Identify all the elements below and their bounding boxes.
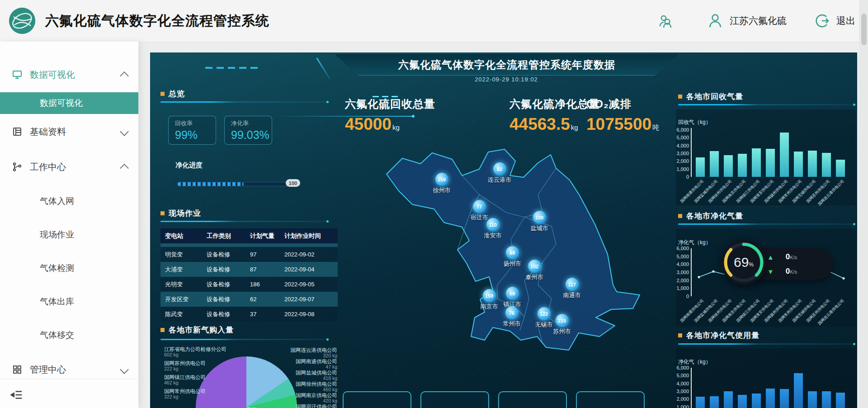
section-underline bbox=[160, 221, 329, 222]
table-cell: 设备检修 bbox=[207, 295, 250, 304]
table-column-header: 计划气量 bbox=[250, 232, 284, 240]
pie-legend-right: 国网连云港供电公司320 kg国网南通供电公司47 kg国网盐城供电公司418 … bbox=[263, 347, 337, 408]
sidebar-item-4[interactable]: 管理中心 bbox=[0, 352, 138, 387]
table-cell: 87 bbox=[250, 266, 284, 273]
y-tick: 5,000 bbox=[676, 135, 689, 140]
kpi-stat: CO₂减排1075500吨 bbox=[586, 97, 659, 134]
jiangsu-map: 159徐州市82连云港市77宿迁市110淮安市100盐城市89扬州市102泰州市… bbox=[344, 136, 669, 389]
section-purify-header: 各地市净化气量 bbox=[678, 211, 743, 221]
city-value-bubble[interactable]: 159 bbox=[435, 173, 448, 186]
sidebar-subitem[interactable]: 数据可视化 bbox=[0, 92, 138, 114]
kpi-unit: 吨 bbox=[652, 123, 659, 131]
table-cell: 37 bbox=[250, 311, 284, 318]
table-cell: 设备检修 bbox=[207, 310, 250, 318]
down-rate-value: 0 bbox=[786, 267, 790, 275]
table-cell: 186 bbox=[250, 281, 284, 288]
y-tick: 2,000 bbox=[676, 158, 689, 164]
pie-legend-entry: 国网常州供电公司322 kg bbox=[164, 389, 226, 403]
bar bbox=[710, 151, 719, 177]
table-cell: 大浦变 bbox=[165, 266, 207, 274]
map-city-marker[interactable]: 100盐城市 bbox=[519, 211, 560, 232]
bar bbox=[822, 391, 831, 408]
user-avatar-icon[interactable] bbox=[707, 13, 723, 29]
map-city-marker[interactable]: 102泰州市 bbox=[514, 260, 555, 281]
table-row: 开发区变设备检修622022-09-07 bbox=[160, 292, 338, 307]
bar bbox=[738, 395, 747, 408]
city-value-bubble[interactable]: 76 bbox=[505, 306, 519, 319]
sidebar-subitem[interactable]: 气体移交 bbox=[0, 318, 138, 352]
sidebar-item-3[interactable]: 工作中心 bbox=[0, 149, 138, 185]
overview-cards: 回收率99%净化率99.03% bbox=[168, 116, 272, 145]
company-logo bbox=[9, 8, 35, 34]
sidebar-item-2[interactable]: 基础资料 bbox=[0, 114, 138, 149]
city-value-bubble[interactable]: 102 bbox=[528, 260, 541, 273]
legend-value: 322 kg bbox=[164, 394, 226, 400]
usage-bars bbox=[691, 368, 850, 408]
y-tick: 3,000 bbox=[676, 389, 689, 394]
dashboard: 六氟化硫气体数字化全流程管控系统年度数据 2022-09-29 10:19:02… bbox=[150, 52, 857, 408]
y-tick: 0 bbox=[686, 294, 689, 299]
bar bbox=[794, 152, 803, 177]
pie-legend-entry: 国网镇江供电公司462 kg bbox=[164, 375, 226, 389]
sidebar-subitem-label: 数据可视化 bbox=[40, 97, 83, 109]
y-tick: 6,000 bbox=[676, 127, 689, 133]
y-tick: 5,000 bbox=[676, 373, 689, 378]
bottom-kpi-box bbox=[576, 391, 645, 408]
map-city-marker[interactable]: 110淮安市 bbox=[472, 218, 513, 240]
y-tick: 3,000 bbox=[676, 270, 689, 275]
y-axis-ticks: 6,0005,0004,0003,0002,0001,0000 bbox=[671, 248, 689, 296]
site-work-table: 变电站工作类别计划气量计划作业时间 杨庄变设备检修642022-09-01明觉变… bbox=[160, 228, 338, 322]
section-overview-header: 总览 bbox=[160, 89, 185, 99]
dashboard-timestamp: 2022-09-29 10:19:02 bbox=[335, 76, 678, 83]
table-cell: 62 bbox=[250, 296, 284, 303]
city-value-bubble[interactable]: 215 bbox=[556, 314, 569, 327]
bullet-icon bbox=[160, 92, 165, 96]
gauge-circle: 69% bbox=[721, 240, 766, 285]
page-scrollbar[interactable] bbox=[859, 0, 868, 408]
sidebar-subitem[interactable]: 现场作业 bbox=[0, 218, 138, 251]
city-name: 南通市 bbox=[552, 291, 592, 299]
sidebar-subitem[interactable]: 气体出库 bbox=[0, 285, 138, 318]
chevron-down-icon bbox=[120, 365, 129, 374]
logout-icon[interactable] bbox=[814, 13, 830, 29]
city-value-bubble[interactable]: 89 bbox=[506, 246, 519, 259]
table-cell: 设备检修 bbox=[207, 280, 250, 289]
city-value-bubble[interactable]: 100 bbox=[533, 211, 546, 224]
sidebar-subitem-label: 气体入网 bbox=[40, 195, 74, 207]
overview-card: 回收率99% bbox=[168, 116, 216, 145]
bar bbox=[724, 155, 733, 177]
map-city-marker[interactable]: 117南通市 bbox=[552, 278, 592, 299]
table-cell: 设备检修 bbox=[207, 266, 250, 274]
city-value-bubble[interactable]: 117 bbox=[566, 278, 579, 291]
city-value-bubble[interactable]: 110 bbox=[486, 218, 500, 231]
pie-legend-entry: 国网徐州供电公司450 kg bbox=[263, 381, 337, 393]
table-row: 陈武变设备检修372022-09-08 bbox=[160, 307, 338, 322]
y-tick: 1,000 bbox=[676, 404, 689, 408]
city-name: 苏州市 bbox=[542, 327, 582, 336]
map-city-marker[interactable]: 159徐州市 bbox=[421, 173, 462, 195]
sidebar-item-label: 工作中心 bbox=[30, 161, 121, 173]
sidebar-subitem[interactable]: 气体入网 bbox=[0, 185, 138, 218]
users-icon[interactable] bbox=[657, 13, 674, 29]
map-city-marker[interactable]: 59镇江市 bbox=[492, 287, 533, 308]
y-axis-label: 回收气（kg） bbox=[678, 119, 711, 126]
sidebar-item-1[interactable]: 数据可视化 bbox=[0, 57, 138, 92]
map-city-marker[interactable]: 82连云港市 bbox=[479, 162, 520, 184]
logout-button[interactable]: 退出 bbox=[836, 14, 855, 27]
gauge-percent: 69 bbox=[734, 255, 749, 270]
collapse-sidebar-icon[interactable] bbox=[10, 388, 24, 402]
app-title: 六氟化硫气体数字化全流程管控系统 bbox=[45, 12, 269, 30]
sidebar-subitem[interactable]: 气体检测 bbox=[0, 251, 138, 285]
map-city-marker[interactable]: 215苏州市 bbox=[542, 314, 582, 336]
bottom-kpi-box bbox=[498, 391, 567, 408]
scrollbar-thumb[interactable] bbox=[861, 14, 867, 45]
sidebar: 数据可视化数据可视化基础资料工作中心气体入网现场作业气体检测气体出库气体移交管理… bbox=[0, 42, 138, 408]
y-tick: 0 bbox=[686, 174, 689, 180]
monitor-icon bbox=[12, 69, 23, 80]
city-value-bubble[interactable]: 77 bbox=[473, 200, 486, 213]
up-rate-value: 0 bbox=[786, 252, 790, 261]
city-value-bubble[interactable]: 82 bbox=[493, 162, 506, 176]
city-value-bubble[interactable]: 59 bbox=[506, 287, 519, 300]
table-cell: 2022-09-07 bbox=[284, 296, 333, 303]
card-value: 99.03% bbox=[231, 128, 272, 142]
